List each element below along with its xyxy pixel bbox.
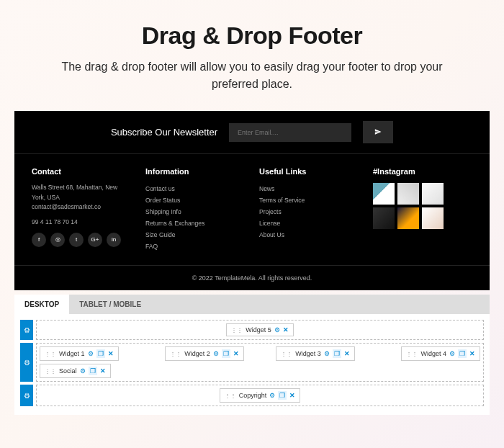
row-settings-handle[interactable]: ⚙ (20, 343, 33, 382)
close-icon[interactable]: ✕ (108, 350, 114, 357)
useful-link[interactable]: License (259, 218, 359, 229)
duplicate-icon[interactable]: ❐ (222, 349, 230, 358)
widget-label: Widget 1 (59, 350, 85, 357)
row-settings-handle[interactable]: ⚙ (20, 320, 33, 340)
close-icon[interactable]: ✕ (344, 350, 350, 357)
widget-label: Social (59, 367, 77, 375)
tab-tablet-mobile[interactable]: TABLET / MOBILE (69, 295, 151, 314)
close-icon[interactable]: ✕ (289, 392, 295, 399)
useful-link[interactable]: News (259, 183, 359, 194)
copyright-text: © 2022 TemplateMela. All rights reserved… (14, 265, 490, 290)
builder-row: ⚙ ⋮⋮ Widget 5 ⚙ ✕ (20, 320, 484, 340)
useful-link[interactable]: Terms of Service (259, 194, 359, 206)
googleplus-icon[interactable]: G+ (88, 233, 102, 247)
contact-phone: 99 4 11 78 70 14 (32, 218, 131, 225)
grip-icon: ⋮⋮ (406, 351, 418, 357)
information-heading: Information (145, 167, 245, 176)
page-subtitle: The drag & drop footer will allow you to… (29, 58, 475, 93)
footer-col-information: Information Contact us Order Status Ship… (145, 167, 245, 252)
info-link[interactable]: Size Guide (145, 229, 245, 241)
gear-icon[interactable]: ⚙ (274, 326, 280, 333)
instagram-thumb[interactable] (397, 207, 419, 229)
grip-icon: ⋮⋮ (231, 327, 243, 333)
grip-icon: ⋮⋮ (45, 351, 56, 357)
duplicate-icon[interactable]: ❐ (89, 367, 97, 375)
info-link[interactable]: Shipping Info (145, 206, 245, 218)
info-link[interactable]: Order Status (145, 194, 245, 206)
widget-block[interactable]: ⋮⋮ Widget 4 ⚙ ❐ ✕ (401, 346, 480, 361)
grip-icon: ⋮⋮ (45, 368, 56, 375)
widget-label: Widget 4 (420, 350, 446, 357)
contact-email: contact@sadesmarket.co (32, 202, 131, 212)
footer-builder: DESKTOP TABLET / MOBILE ⚙ ⋮⋮ Widget 5 ⚙ … (14, 295, 490, 415)
newsletter-bar: Subscribe Our Newsletter (14, 111, 490, 154)
widget-block[interactable]: ⋮⋮ Copyright ⚙ ❐ ✕ (220, 388, 301, 403)
info-link[interactable]: FAQ (145, 241, 245, 252)
duplicate-icon[interactable]: ❐ (333, 349, 341, 358)
widget-label: Widget 2 (184, 350, 210, 357)
duplicate-icon[interactable]: ❐ (278, 391, 287, 400)
gear-icon[interactable]: ⚙ (213, 350, 219, 357)
gear-icon: ⚙ (24, 359, 30, 367)
instagram-heading: #Instagram (373, 167, 472, 176)
widget-block[interactable]: ⋮⋮ Widget 2 ⚙ ❐ ✕ (165, 346, 244, 361)
close-icon[interactable]: ✕ (100, 367, 106, 375)
newsletter-label: Subscribe Our Newsletter (111, 127, 217, 138)
row-settings-handle[interactable]: ⚙ (20, 385, 33, 406)
useful-heading: Useful Links (259, 167, 359, 176)
widget-label: Widget 5 (246, 326, 271, 333)
useful-link[interactable]: About Us (259, 229, 359, 241)
device-tabs: DESKTOP TABLET / MOBILE (14, 295, 490, 314)
gear-icon[interactable]: ⚙ (80, 367, 86, 375)
instagram-thumb[interactable] (422, 183, 444, 205)
newsletter-submit-button[interactable] (363, 121, 393, 143)
gear-icon: ⚙ (24, 392, 30, 400)
gear-icon: ⚙ (24, 326, 30, 334)
page-title: Drag & Drop Footer (29, 22, 475, 50)
grip-icon: ⋮⋮ (281, 351, 292, 357)
tab-desktop[interactable]: DESKTOP (14, 295, 69, 314)
builder-row: ⚙ ⋮⋮ Widget 1 ⚙ ❐ ✕ ⋮⋮ (20, 343, 484, 382)
duplicate-icon[interactable]: ❐ (458, 349, 467, 358)
footer-col-contact: Contact Walls Street 68, Mahattan, New Y… (32, 167, 131, 252)
close-icon[interactable]: ✕ (283, 326, 289, 333)
widget-block[interactable]: ⋮⋮ Widget 5 ⚙ ✕ (226, 323, 294, 336)
contact-address: Walls Street 68, Mahattan, New York, USA (32, 183, 131, 202)
grip-icon: ⋮⋮ (170, 351, 181, 357)
gear-icon[interactable]: ⚙ (88, 350, 94, 357)
newsletter-email-input[interactable] (229, 123, 351, 142)
instagram-thumb[interactable] (373, 207, 395, 229)
social-icons-row: f ◎ t G+ in (32, 233, 131, 247)
widget-block[interactable]: ⋮⋮ Social ⚙ ❐ ✕ (40, 364, 111, 378)
footer-col-instagram: #Instagram (373, 167, 472, 252)
footer-preview: Subscribe Our Newsletter Contact Walls S… (14, 111, 490, 290)
close-icon[interactable]: ✕ (469, 350, 475, 357)
gear-icon[interactable]: ⚙ (324, 350, 330, 357)
useful-link[interactable]: Projects (259, 206, 359, 218)
gear-icon[interactable]: ⚙ (269, 392, 275, 399)
instagram-thumb[interactable] (397, 183, 419, 205)
instagram-thumb[interactable] (373, 183, 395, 205)
info-link[interactable]: Contact us (145, 183, 245, 194)
instagram-icon[interactable]: ◎ (50, 233, 65, 247)
gear-icon[interactable]: ⚙ (449, 350, 455, 357)
twitter-icon[interactable]: t (69, 233, 84, 247)
info-link[interactable]: Returns & Exchanges (145, 218, 245, 229)
footer-col-useful: Useful Links News Terms of Service Proje… (259, 167, 359, 252)
widget-block[interactable]: ⋮⋮ Widget 1 ⚙ ❐ ✕ (40, 346, 119, 361)
close-icon[interactable]: ✕ (233, 350, 239, 357)
widget-label: Copyright (239, 392, 267, 399)
duplicate-icon[interactable]: ❐ (96, 349, 105, 358)
contact-heading: Contact (32, 167, 131, 176)
linkedin-icon[interactable]: in (107, 233, 121, 247)
instagram-thumb[interactable] (422, 207, 444, 229)
facebook-icon[interactable]: f (32, 233, 46, 247)
widget-label: Widget 3 (295, 350, 321, 357)
send-icon (374, 127, 382, 138)
builder-row: ⚙ ⋮⋮ Copyright ⚙ ❐ ✕ (20, 385, 484, 406)
grip-icon: ⋮⋮ (225, 393, 236, 399)
widget-block[interactable]: ⋮⋮ Widget 3 ⚙ ❐ ✕ (276, 346, 355, 361)
